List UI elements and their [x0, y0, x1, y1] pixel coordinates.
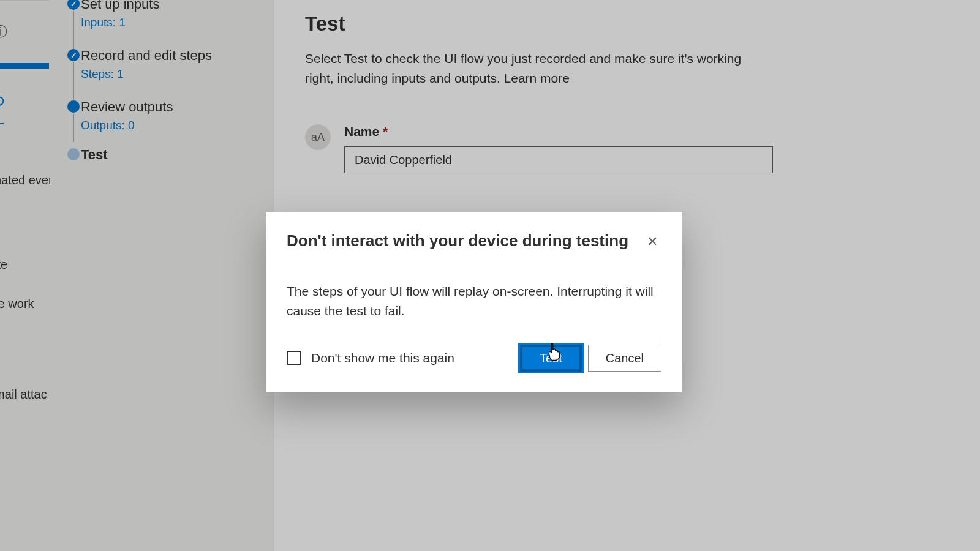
dialog-body: The steps of your UI flow will replay on… — [287, 282, 662, 320]
dialog-title: Don't interact with your device during t… — [287, 231, 628, 250]
test-button[interactable]: Test — [520, 345, 582, 372]
testing-warning-dialog: Don't interact with your device during t… — [266, 212, 682, 392]
cancel-button[interactable]: Cancel — [588, 345, 662, 372]
dont-show-again-checkbox[interactable] — [287, 351, 301, 365]
dont-show-again-label: Don't show me this again — [311, 351, 520, 365]
close-icon[interactable]: ✕ — [643, 231, 662, 252]
